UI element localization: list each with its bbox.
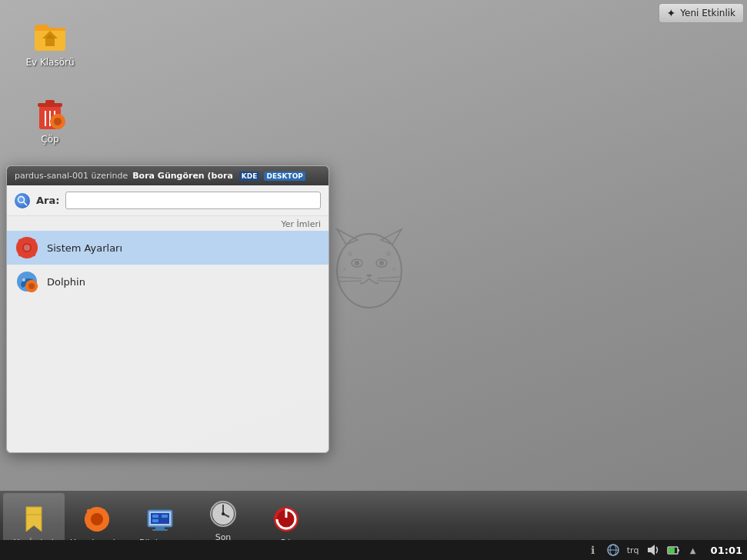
svg-point-6 bbox=[379, 261, 384, 265]
svg-rect-23 bbox=[56, 114, 59, 116]
svg-rect-25 bbox=[50, 120, 52, 123]
svg-rect-34 bbox=[35, 246, 38, 249]
bottom-bar: ℹ trq bbox=[0, 540, 747, 560]
svg-rect-67 bbox=[162, 515, 168, 518]
language-tray-text[interactable]: trq bbox=[625, 542, 642, 558]
svg-rect-53 bbox=[95, 528, 98, 532]
uygulamalar-icon bbox=[82, 504, 112, 535]
svg-rect-47 bbox=[35, 285, 38, 288]
runner-search-input[interactable] bbox=[65, 192, 321, 209]
runner-search-label: Ara: bbox=[36, 195, 59, 206]
home-folder-label: Ev Klasörü bbox=[25, 57, 74, 68]
svg-rect-54 bbox=[85, 518, 88, 521]
svg-rect-17 bbox=[45, 100, 55, 104]
svg-point-41 bbox=[22, 278, 25, 282]
svg-line-9 bbox=[377, 277, 400, 278]
svg-rect-82 bbox=[669, 548, 675, 553]
svg-rect-62 bbox=[155, 527, 165, 529]
home-folder-image bbox=[32, 17, 68, 54]
desktop-badge: DESKTOP bbox=[264, 172, 305, 181]
trash-image bbox=[32, 94, 68, 131]
network-tray-icon[interactable] bbox=[605, 542, 622, 558]
svg-rect-52 bbox=[95, 507, 98, 511]
svg-point-13 bbox=[343, 268, 346, 271]
svg-marker-79 bbox=[648, 545, 655, 555]
runner-empty-area bbox=[7, 298, 328, 452]
svg-rect-33 bbox=[16, 246, 19, 249]
kde-badge: KDE bbox=[239, 172, 260, 181]
svg-point-11 bbox=[348, 252, 352, 256]
svg-rect-46 bbox=[25, 285, 28, 288]
svg-rect-26 bbox=[63, 120, 65, 123]
svg-line-28 bbox=[24, 202, 28, 205]
runner-title-prefix: pardus-sanal-001 üzerinde bbox=[15, 171, 128, 181]
system-clock: 01:01 bbox=[711, 545, 742, 556]
info-tray-icon[interactable]: ℹ bbox=[585, 542, 602, 558]
svg-point-14 bbox=[392, 268, 395, 271]
svg-line-10 bbox=[377, 281, 400, 282]
svg-rect-32 bbox=[25, 255, 28, 258]
svg-point-5 bbox=[355, 261, 359, 265]
battery-tray-icon[interactable] bbox=[665, 542, 682, 558]
svg-rect-24 bbox=[56, 127, 59, 129]
runner-title-bold: Bora Güngören (bora bbox=[132, 171, 233, 181]
svg-rect-66 bbox=[152, 519, 158, 522]
runner-item-dolphin[interactable]: Dolphin bbox=[7, 265, 328, 298]
svg-marker-48 bbox=[26, 507, 42, 532]
svg-line-8 bbox=[338, 281, 362, 282]
desktop: Ev Klasörü Çöp ✦ Y bbox=[0, 0, 747, 560]
cik-icon bbox=[271, 504, 302, 535]
sistem-ayarlari-label: Sistem Ayarları bbox=[47, 242, 122, 254]
new-activity-label: Yeni Etkinlik bbox=[680, 8, 735, 18]
svg-point-22 bbox=[54, 118, 62, 125]
runner-search-icon bbox=[15, 193, 30, 208]
svg-point-12 bbox=[386, 252, 391, 256]
svg-rect-63 bbox=[152, 529, 168, 531]
svg-point-39 bbox=[24, 245, 30, 251]
svg-rect-55 bbox=[105, 518, 109, 521]
trash-label: Çöp bbox=[41, 134, 58, 145]
runner-search-row: Ara: bbox=[7, 185, 328, 215]
svg-rect-31 bbox=[25, 237, 28, 240]
dolphin-icon bbox=[15, 269, 39, 294]
runner-dialog: pardus-sanal-001 üzerinde Bora Güngören … bbox=[6, 165, 329, 453]
up-arrow-tray-icon[interactable]: ▲ bbox=[685, 542, 702, 558]
sistem-ayarlari-icon bbox=[15, 235, 39, 260]
svg-line-7 bbox=[338, 277, 362, 278]
svg-rect-44 bbox=[30, 280, 33, 282]
trash-icon[interactable]: Çöp bbox=[19, 94, 81, 145]
home-folder-icon[interactable]: Ev Klasörü bbox=[19, 17, 81, 68]
new-activity-button[interactable]: ✦ Yeni Etkinlik bbox=[659, 3, 744, 23]
system-tray-icons: ℹ trq bbox=[585, 542, 702, 558]
svg-rect-81 bbox=[678, 549, 679, 552]
runner-item-sistem-ayarlari[interactable]: Sistem Ayarları bbox=[7, 231, 328, 265]
dolphin-label: Dolphin bbox=[47, 276, 85, 288]
svg-point-43 bbox=[28, 283, 35, 289]
yer-imleri-icon bbox=[18, 504, 49, 535]
bilgisayar-icon bbox=[145, 504, 175, 535]
svg-point-72 bbox=[222, 512, 225, 515]
son-kullanilanlar-icon bbox=[208, 498, 238, 529]
runner-titlebar: pardus-sanal-001 üzerinde Bora Güngören … bbox=[7, 166, 328, 185]
pardus-logo bbox=[323, 223, 415, 315]
svg-rect-45 bbox=[30, 290, 33, 292]
new-activity-icon: ✦ bbox=[667, 7, 676, 19]
svg-point-27 bbox=[18, 196, 25, 202]
svg-point-51 bbox=[91, 513, 103, 525]
runner-section-label: Yer İmleri bbox=[7, 215, 328, 231]
volume-tray-icon[interactable] bbox=[645, 542, 662, 558]
svg-rect-65 bbox=[152, 515, 158, 518]
